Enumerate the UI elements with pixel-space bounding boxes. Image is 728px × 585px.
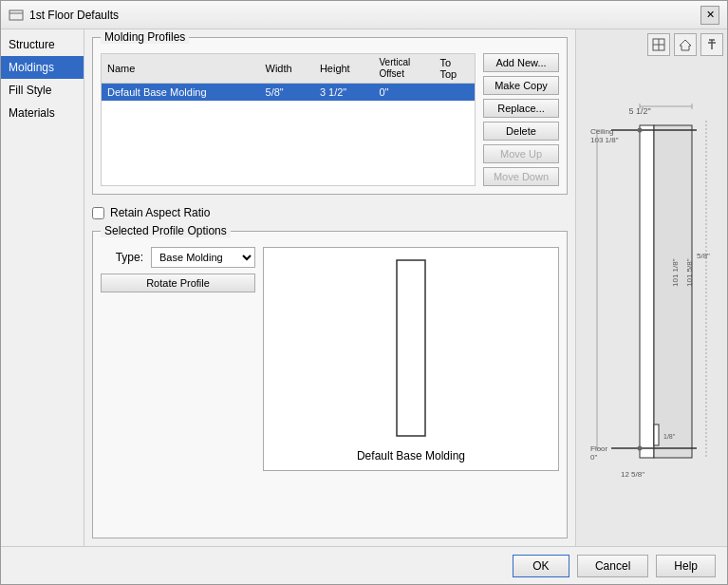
col-name: Name: [102, 54, 260, 84]
profile-name-label: Default Base Molding: [357, 449, 465, 462]
replace-button[interactable]: Replace...: [483, 99, 559, 118]
panel-icons: [647, 33, 723, 56]
sidebar-item-fill-style[interactable]: Fill Style: [1, 79, 84, 102]
svg-text:1/8": 1/8": [663, 433, 676, 440]
svg-text:Floor: Floor: [590, 444, 608, 453]
sidebar-item-materials[interactable]: Materials: [1, 102, 84, 124]
type-select[interactable]: Base Molding Crown Molding Chair Rail Cu…: [151, 247, 255, 268]
home-icon[interactable]: [674, 33, 697, 56]
add-new-button[interactable]: Add New...: [483, 53, 559, 72]
profiles-table: Name Width Height VerticalOffset ToTop D…: [102, 54, 475, 101]
cancel-button[interactable]: Cancel: [577, 555, 648, 577]
floor-diagram-svg: 5 1/2": [583, 97, 720, 505]
col-to-top: ToTop: [434, 54, 475, 84]
type-label: Type:: [101, 251, 143, 264]
col-height: Height: [314, 54, 374, 84]
col-width: Width: [260, 54, 314, 84]
profile-options-content: Type: Base Molding Crown Molding Chair R…: [101, 247, 559, 471]
svg-rect-2: [397, 260, 425, 436]
profiles-table-wrapper: Name Width Height VerticalOffset ToTop D…: [101, 53, 476, 186]
retain-aspect-row: Retain Aspect Ratio: [92, 206, 568, 219]
dialog-footer: OK Cancel Help: [1, 546, 727, 584]
profile-left: Type: Base Molding Crown Molding Chair R…: [101, 247, 255, 471]
svg-text:5/8": 5/8": [697, 252, 710, 260]
svg-text:101 5/8": 101 5/8": [685, 258, 694, 287]
svg-rect-12: [640, 125, 654, 458]
col-vertical-offset: VerticalOffset: [373, 54, 434, 84]
make-copy-button[interactable]: Make Copy: [483, 76, 559, 95]
svg-marker-6: [680, 40, 691, 50]
cell-to-top: [434, 84, 475, 102]
cell-width: 5/8": [260, 84, 314, 102]
svg-point-25: [638, 128, 643, 133]
selected-profile-title: Selected Profile Options: [101, 224, 231, 237]
main-content: Molding Profiles Name Width Height Verti…: [84, 29, 575, 546]
svg-text:101 1/8": 101 1/8": [671, 258, 680, 287]
floor-diagram: 5 1/2": [580, 60, 723, 542]
expand-icon[interactable]: [647, 33, 670, 56]
profile-preview: Default Base Molding: [263, 247, 559, 471]
sidebar: StructureMoldingsFill StyleMaterials: [1, 29, 84, 546]
dialog-title: 1st Floor Defaults: [29, 9, 119, 22]
svg-point-26: [638, 446, 643, 451]
sidebar-item-moldings[interactable]: Moldings: [1, 56, 84, 79]
svg-text:12 5/8": 12 5/8": [621, 470, 644, 479]
selected-profile-group: Selected Profile Options Type: Base Mold…: [92, 231, 568, 538]
profile-svg-container: [271, 255, 551, 445]
sidebar-item-structure[interactable]: Structure: [1, 33, 84, 56]
svg-rect-0: [9, 10, 23, 20]
profiles-content: Name Width Height VerticalOffset ToTop D…: [101, 53, 559, 186]
title-bar: 1st Floor Defaults ✕: [1, 1, 727, 29]
rotate-profile-button[interactable]: Rotate Profile: [101, 274, 255, 292]
table-row[interactable]: Default Base Molding 5/8" 3 1/2" 0": [102, 84, 475, 102]
ok-button[interactable]: OK: [513, 555, 569, 577]
pin-icon[interactable]: [700, 33, 723, 56]
dialog-body: StructureMoldingsFill StyleMaterials Mol…: [1, 29, 727, 546]
cell-height: 3 1/2": [314, 84, 374, 102]
svg-text:Ceiling: Ceiling: [590, 127, 613, 136]
delete-button[interactable]: Delete: [483, 122, 559, 141]
help-button[interactable]: Help: [656, 555, 716, 577]
cell-name: Default Base Molding: [102, 84, 260, 102]
profile-svg: [373, 255, 449, 445]
molding-profiles-group: Molding Profiles Name Width Height Verti…: [92, 37, 568, 195]
svg-text:103 1/8": 103 1/8": [590, 136, 619, 144]
profile-buttons: Add New... Make Copy Replace... Delete M…: [483, 53, 559, 186]
retain-aspect-checkbox[interactable]: [92, 207, 104, 219]
move-down-button[interactable]: Move Down: [483, 167, 559, 186]
molding-profiles-title: Molding Profiles: [101, 30, 189, 44]
svg-text:0": 0": [590, 453, 597, 462]
cell-offset: 0": [373, 84, 434, 102]
close-button[interactable]: ✕: [700, 6, 719, 25]
dialog-window: 1st Floor Defaults ✕ StructureMoldingsFi…: [0, 0, 728, 585]
retain-aspect-label: Retain Aspect Ratio: [110, 206, 210, 219]
svg-rect-13: [654, 125, 692, 458]
title-icon: [9, 8, 24, 23]
svg-rect-16: [654, 425, 659, 445]
move-up-button[interactable]: Move Up: [483, 144, 559, 163]
type-row: Type: Base Molding Crown Molding Chair R…: [101, 247, 255, 268]
right-panel: 5 1/2": [575, 29, 727, 546]
